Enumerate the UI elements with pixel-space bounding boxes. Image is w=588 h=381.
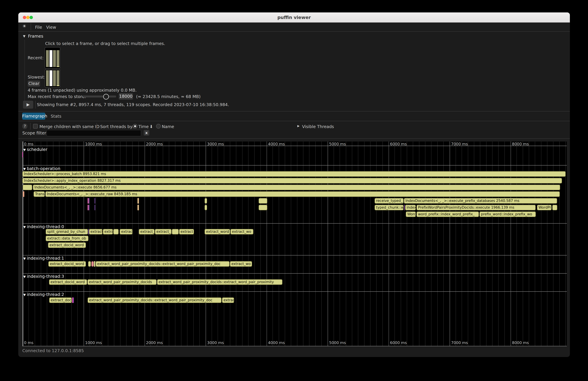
flame-scope-bar[interactable]: extract_wo xyxy=(230,261,252,267)
sort-name-radio[interactable] xyxy=(156,124,161,128)
flame-scope-bar[interactable]: PrefixWordPairsProximityDocids::execute … xyxy=(417,205,536,210)
flame-scope-bar[interactable] xyxy=(23,191,24,197)
flame-scope-bar[interactable] xyxy=(88,205,89,210)
help-button[interactable]: ? xyxy=(22,124,27,129)
flame-scope-bar[interactable]: extract_word_pair_proximity_docids::extr… xyxy=(88,297,222,303)
flame-scope-bar[interactable] xyxy=(88,198,89,204)
merge-children-checkbox[interactable] xyxy=(33,124,38,128)
frame-bar[interactable] xyxy=(46,50,49,67)
tab-stats[interactable]: Stats xyxy=(51,114,62,119)
flame-scope-bar[interactable] xyxy=(259,198,267,204)
flame-scope-bar[interactable] xyxy=(88,261,91,267)
max-recent-slider[interactable] xyxy=(83,96,116,98)
flame-scope-bar[interactable]: index xyxy=(405,205,416,210)
flame-scope-bar[interactable]: IndexDocuments<_, _>::execute 8656.677 m… xyxy=(33,185,560,190)
flame-scope-bar[interactable]: extract_word xyxy=(205,229,230,234)
flame-scope-bar[interactable] xyxy=(73,297,74,303)
frame-bar[interactable] xyxy=(57,70,59,86)
flame-scope-bar[interactable]: Trans xyxy=(34,191,45,197)
flame-scope-bar[interactable] xyxy=(205,205,207,210)
theme-sun-icon[interactable]: ☀ xyxy=(22,23,28,30)
flame-scope-bar[interactable]: extract xyxy=(89,229,103,234)
flame-scope-bar[interactable] xyxy=(172,229,179,234)
flame-scope-bar[interactable] xyxy=(95,198,95,204)
flame-scope-bar[interactable]: IndexDocuments<_, _>::execute_raw 8459.1… xyxy=(45,191,560,197)
frames-collapse-icon[interactable]: ▼ xyxy=(23,34,25,38)
collapse-triangle-icon[interactable]: ▼ xyxy=(23,293,27,296)
flame-scope-bar[interactable] xyxy=(113,229,119,234)
flame-scope-bar[interactable] xyxy=(552,205,557,210)
flame-scope-bar[interactable]: extract_ xyxy=(139,229,155,234)
visible-threads-label[interactable]: Visible Threads xyxy=(302,124,334,129)
flame-scope-bar[interactable] xyxy=(88,229,89,234)
frame-bar-selected[interactable] xyxy=(49,50,52,67)
flame-scope-bar[interactable]: extract_wo xyxy=(231,229,253,234)
thread-label[interactable]: ▼ indexing-thread:2 xyxy=(23,292,64,297)
flame-scope-bar[interactable] xyxy=(137,205,139,210)
flame-scope-bar[interactable] xyxy=(89,205,89,210)
flame-scope-bar[interactable]: extrac xyxy=(222,297,234,303)
flame-scope-bar[interactable]: IndexScheduler>::apply_index_operation 8… xyxy=(22,178,562,183)
slowest-frames-thumbnail[interactable] xyxy=(45,69,61,87)
flame-scope-bar[interactable] xyxy=(89,198,89,204)
flame-scope-bar[interactable]: extract xyxy=(179,229,194,234)
flame-scope-bar[interactable]: typed_chunk::w xyxy=(375,205,404,210)
flame-scope-bar[interactable]: word_prefix::index_word_prefix_ xyxy=(417,212,479,217)
max-recent-value[interactable]: 18000 xyxy=(119,93,133,100)
clear-filter-button[interactable]: x xyxy=(144,130,149,136)
flame-scope-bar[interactable]: extract_doc xyxy=(49,297,72,303)
flame-scope-bar[interactable]: extrac xyxy=(120,229,133,234)
frame-bar[interactable] xyxy=(46,70,49,86)
flame-scope-bar[interactable]: extract_word_pair_proximity_docids::extr… xyxy=(96,261,230,267)
flame-scope-bar[interactable] xyxy=(404,205,405,210)
thread-label[interactable]: ▼ scheduler xyxy=(23,147,47,152)
menu-view[interactable]: View xyxy=(46,25,56,30)
flame-scope-bar[interactable]: extract_word_pair_proximity_docids xyxy=(87,279,157,285)
scope-filter-input[interactable] xyxy=(46,130,141,136)
flame-scope-bar[interactable] xyxy=(205,198,207,204)
play-button[interactable]: ▶ xyxy=(23,101,33,109)
flame-scope-bar[interactable]: extract_docid_word xyxy=(48,261,86,267)
sort-direction-arrow-icon[interactable]: ⬇ xyxy=(149,124,153,129)
sort-time-radio[interactable] xyxy=(133,124,137,128)
flame-scope-bar[interactable]: extra xyxy=(103,229,113,234)
flame-scope-bar[interactable] xyxy=(137,198,139,204)
recent-frames-thumbnail[interactable] xyxy=(45,47,61,69)
collapse-triangle-icon[interactable]: ▼ xyxy=(23,275,27,278)
flame-scope-bar[interactable]: extract_ xyxy=(155,229,171,234)
tab-flamegraph[interactable]: Flamegraph xyxy=(22,113,45,120)
flame-scope-bar[interactable]: receive_typed_ xyxy=(375,198,404,204)
max-recent-slider-knob[interactable] xyxy=(103,94,109,100)
frame-bar[interactable] xyxy=(53,70,56,86)
flame-scope-bar[interactable]: extract_word_pair_proximity_docids::extr… xyxy=(157,279,282,285)
flame-scope-bar[interactable]: extract_docid_word xyxy=(48,242,86,248)
collapse-triangle-icon[interactable]: ▼ xyxy=(23,167,27,171)
collapse-triangle-icon[interactable]: ▼ xyxy=(23,257,27,260)
flame-scope-bar[interactable] xyxy=(22,152,23,157)
thread-label[interactable]: ▼ batch-operation xyxy=(23,166,61,171)
flame-scope-bar[interactable] xyxy=(95,205,95,210)
collapse-triangle-icon[interactable]: ▼ xyxy=(23,225,27,229)
flame-scope-bar[interactable] xyxy=(94,261,95,267)
frame-bar[interactable] xyxy=(57,50,59,67)
flame-scope-bar[interactable] xyxy=(259,205,267,210)
flame-scope-bar[interactable]: extract_docid_word xyxy=(49,279,87,285)
collapse-triangle-icon[interactable]: ▼ xyxy=(23,148,27,151)
frame-bar-selected[interactable] xyxy=(49,70,52,86)
flame-scope-bar[interactable]: IndexDocuments<_, _>::execute_prefix_dat… xyxy=(404,198,557,204)
flame-scope-bar[interactable] xyxy=(91,261,94,267)
frame-bar[interactable] xyxy=(53,50,56,67)
menu-file[interactable]: File xyxy=(35,25,42,30)
flame-scope-bar[interactable]: prefix_word::index_prefix_wo xyxy=(480,212,536,217)
visible-threads-collapse-icon[interactable]: ▶ xyxy=(297,124,299,127)
flame-scope-bar[interactable]: extract::data_from_ob xyxy=(46,236,88,241)
flame-scope-bar[interactable]: split_grenad_by_chun xyxy=(46,229,88,234)
flame-scope-bar[interactable]: WordPr xyxy=(537,205,552,210)
flame-scope-bar[interactable] xyxy=(72,297,73,303)
flame-scope-bar[interactable] xyxy=(23,185,32,190)
sort-time-label[interactable]: Time xyxy=(138,124,149,129)
merge-children-label[interactable]: Merge children with same ID xyxy=(40,124,100,129)
thread-label[interactable]: ▼ indexing-thread:3 xyxy=(23,274,64,279)
clear-button[interactable]: Clear xyxy=(28,81,40,87)
flame-scope-bar[interactable]: IndexScheduler>::process_batch 8953.821 … xyxy=(22,171,566,177)
